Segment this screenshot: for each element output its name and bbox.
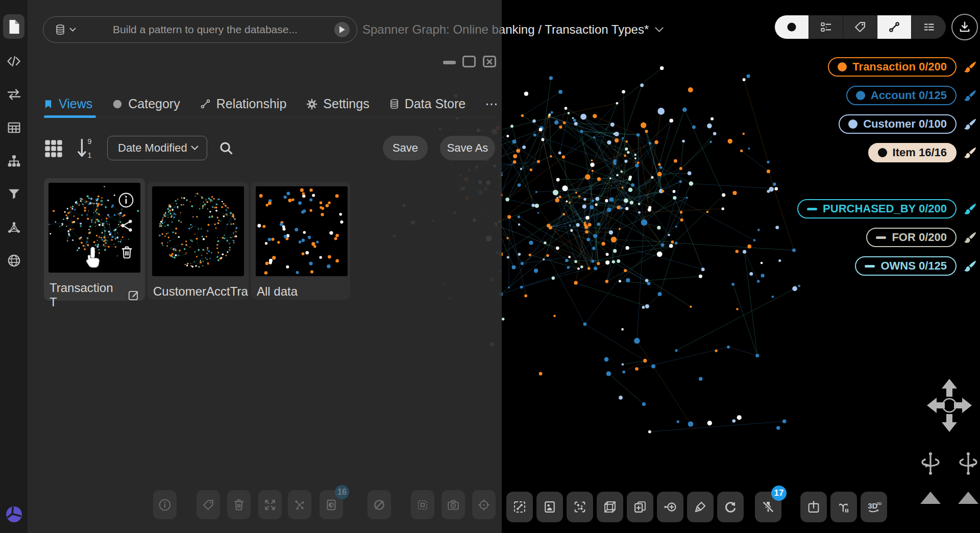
sidebar-item-globe[interactable] xyxy=(3,250,24,271)
title-chevron-down-icon[interactable] xyxy=(655,27,664,33)
undo-button[interactable] xyxy=(717,492,744,522)
tabs-more-button[interactable]: ⋯ xyxy=(485,96,498,111)
edge-list-button[interactable] xyxy=(912,15,946,39)
hide-button[interactable] xyxy=(368,490,391,519)
tab-settings[interactable]: Settings xyxy=(306,96,369,111)
pyramid-down-icon xyxy=(956,489,980,507)
label-tag-button[interactable] xyxy=(843,15,877,39)
legend-node-pill[interactable]: Item 16/16 xyxy=(868,143,957,162)
snapshot-view-button[interactable] xyxy=(536,492,563,522)
view-card-transaction[interactable]: Transaction T xyxy=(44,178,145,301)
window-title-dim: Spanner Graph: Online banking / Transact… xyxy=(362,20,502,39)
eye-off-icon xyxy=(373,498,386,512)
info-icon[interactable] xyxy=(118,192,134,208)
play-icon xyxy=(338,26,346,34)
pattern-query-input[interactable] xyxy=(76,23,334,36)
node-list-button[interactable] xyxy=(809,15,843,39)
sidebar-item-code[interactable] xyxy=(3,51,24,72)
svg-text:9: 9 xyxy=(87,137,91,146)
sidebar-item-file[interactable] xyxy=(3,14,24,39)
paint-selection-button[interactable] xyxy=(687,492,714,522)
select-cluster-button[interactable] xyxy=(567,492,593,522)
rotate-right-button[interactable] xyxy=(956,450,980,477)
show-nodes-button[interactable] xyxy=(775,15,809,39)
legend-brush-icon[interactable] xyxy=(964,146,977,160)
legend-node-marker xyxy=(848,119,857,129)
sidebar-item-filter[interactable] xyxy=(3,183,24,205)
download-button[interactable] xyxy=(951,14,978,40)
legend-brush-icon[interactable] xyxy=(964,259,977,273)
globe-icon xyxy=(7,254,21,268)
info-button[interactable] xyxy=(153,490,177,519)
legend-node-pill[interactable]: Customer 0/100 xyxy=(839,114,957,134)
screenshot-button[interactable] xyxy=(442,490,465,519)
tab-category[interactable]: Category xyxy=(112,96,180,111)
legend-brush-icon[interactable] xyxy=(964,60,977,74)
trash-icon[interactable] xyxy=(119,245,134,260)
toggle-3d-2d-button[interactable]: 3D 2D xyxy=(861,492,887,522)
center-target-button[interactable] xyxy=(472,490,496,519)
pan-arrows-icon xyxy=(924,376,975,435)
legend-node-marker xyxy=(878,148,887,157)
unpin-button[interactable]: 17 xyxy=(755,492,781,522)
legend-edge-pill[interactable]: PURCHASED_BY 0/200 xyxy=(797,199,957,219)
view-thumbnail[interactable] xyxy=(152,186,244,276)
legend-node-pill[interactable]: Transaction 0/200 xyxy=(828,57,957,77)
sort-by-dropdown[interactable]: Date Modified xyxy=(107,136,207,160)
pan-control[interactable] xyxy=(924,376,975,435)
view-thumbnail[interactable] xyxy=(48,183,140,273)
legend-label: FOR 0/200 xyxy=(892,231,947,244)
sidebar-item-sitemap[interactable] xyxy=(3,150,24,172)
legend-node-pill[interactable]: Account 0/125 xyxy=(846,86,957,105)
chip-grid-button[interactable] xyxy=(411,490,434,519)
edit-icon[interactable] xyxy=(127,288,140,302)
run-query-button[interactable] xyxy=(334,22,350,37)
legend-edge-pill[interactable]: OWNS 0/125 xyxy=(855,256,957,276)
layer-up-button[interactable] xyxy=(918,489,943,507)
duplicate-button[interactable] xyxy=(627,492,653,522)
show-edges-button[interactable] xyxy=(877,15,912,39)
expand-button[interactable] xyxy=(258,490,282,519)
hand-cursor-icon xyxy=(82,245,105,270)
legend-brush-icon[interactable] xyxy=(964,89,977,103)
subgraph-button[interactable] xyxy=(288,490,311,519)
query-builder-bar[interactable] xyxy=(43,16,357,43)
save-as-button[interactable]: Save As xyxy=(440,136,495,160)
sort-order-button[interactable]: 9 1 xyxy=(76,137,95,159)
tab-relationship[interactable]: Relationship xyxy=(200,96,287,111)
add-connected-node-button[interactable] xyxy=(657,492,683,522)
search-views-button[interactable] xyxy=(218,140,234,156)
grid-view-button[interactable] xyxy=(43,138,64,159)
sidebar-item-swap[interactable] xyxy=(3,84,24,105)
save-button[interactable]: Save xyxy=(383,136,428,160)
tablet-draw-button[interactable] xyxy=(800,492,827,522)
layer-down-button[interactable] xyxy=(956,489,980,507)
maximize-icon[interactable] xyxy=(462,56,476,67)
legend-edge-pill[interactable]: FOR 0/200 xyxy=(866,228,957,247)
minimize-icon[interactable] xyxy=(443,61,456,64)
pause-layout-button[interactable] xyxy=(830,492,857,522)
legend-brush-icon[interactable] xyxy=(964,202,977,216)
legend-brush-icon[interactable] xyxy=(964,117,977,131)
tag-button[interactable] xyxy=(197,490,220,519)
app-logo[interactable] xyxy=(5,505,23,524)
brush-icon xyxy=(693,500,707,514)
sidebar-item-table[interactable] xyxy=(3,117,24,138)
sidebar-item-molecule[interactable] xyxy=(3,216,24,238)
close-icon[interactable] xyxy=(483,56,496,67)
tab-views[interactable]: Views xyxy=(43,96,92,111)
source-chevron-down-icon[interactable] xyxy=(69,28,76,32)
code-icon xyxy=(7,55,21,67)
view-card-customeraccttra[interactable]: CustomerAcctTra xyxy=(148,182,249,300)
contrast-card-button[interactable]: 16 xyxy=(320,490,343,519)
bounding-box-button[interactable] xyxy=(597,492,623,522)
view-thumbnail[interactable] xyxy=(256,186,348,276)
view-card-all-data[interactable]: All data xyxy=(251,182,350,300)
search-icon xyxy=(218,140,234,156)
marquee-select-button[interactable] xyxy=(506,492,533,522)
tab-data-store[interactable]: Data Store xyxy=(389,96,466,111)
delete-button[interactable] xyxy=(227,490,251,519)
legend-brush-icon[interactable] xyxy=(964,231,977,245)
rotate-left-button[interactable] xyxy=(918,450,943,477)
share-icon[interactable] xyxy=(120,219,134,233)
